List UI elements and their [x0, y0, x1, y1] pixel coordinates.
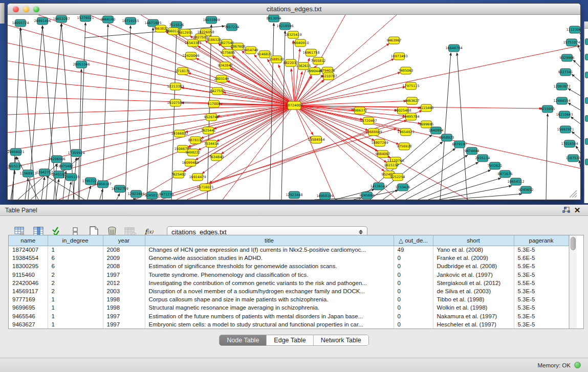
table-row[interactable]: 946554611997Estimation of the future num…: [9, 312, 569, 320]
graph-node[interactable]: 7634843: [209, 154, 224, 161]
table-cell[interactable]: 9777169: [9, 295, 48, 303]
column-header[interactable]: name: [9, 235, 48, 246]
graph-node[interactable]: 7625441: [201, 127, 216, 134]
table-cell[interactable]: 1: [48, 312, 103, 320]
graph-node[interactable]: 1733426: [396, 184, 410, 191]
table-cell[interactable]: 1997: [103, 320, 145, 329]
table-cell[interactable]: 5.3E-5: [514, 246, 569, 254]
table-cell[interactable]: 22420046: [9, 279, 48, 287]
scrollbar-thumb[interactable]: [571, 237, 576, 250]
graph-node[interactable]: 16033809: [203, 16, 220, 24]
graph-node[interactable]: 22420046: [182, 52, 199, 59]
graph-node[interactable]: 16099489: [182, 159, 199, 166]
table-cell[interactable]: de Silva et al. (2003): [433, 287, 514, 295]
table-cell[interactable]: 5.3E-5: [514, 320, 569, 329]
tab-edge-table[interactable]: Edge Table: [267, 335, 313, 345]
table-cell[interactable]: Estimation of significance thresholds fo…: [145, 262, 394, 270]
float-panel-icon[interactable]: [560, 206, 572, 215]
table-cell[interactable]: 0: [394, 295, 433, 303]
graph-node[interactable]: 16961758: [302, 49, 319, 56]
table-cell[interactable]: 2012: [103, 279, 145, 287]
table-row[interactable]: 977716911998Corpus callosum shape and si…: [9, 295, 569, 303]
graph-node[interactable]: 19218596: [276, 23, 293, 30]
table-cell[interactable]: 2: [48, 279, 103, 287]
table-cell[interactable]: 9465546: [9, 312, 48, 320]
graph-node[interactable]: 17016504: [561, 140, 578, 147]
graph-node[interactable]: 8912955: [178, 29, 193, 36]
table-cell[interactable]: 1997: [103, 271, 145, 279]
graph-node[interactable]: 8427552: [210, 87, 225, 95]
graph-node[interactable]: 9175685: [221, 49, 235, 56]
network-window[interactable]: citations_edges.txt 14055724208914061065…: [7, 3, 581, 200]
table-cell[interactable]: 2003: [103, 287, 145, 295]
graph-node[interactable]: 15716021: [197, 184, 213, 191]
table-cell[interactable]: Nakamura et al. (1997): [433, 312, 514, 320]
table-cell[interactable]: 1998: [103, 295, 145, 303]
table-cell[interactable]: 1: [48, 320, 103, 329]
graph-node[interactable]: 9329966: [560, 54, 575, 61]
table-header-row[interactable]: namein_degreeyeartitle△ out_de...shortpa…: [9, 235, 569, 246]
table-cell[interactable]: 0: [394, 303, 433, 312]
graph-node[interactable]: 17359924: [68, 149, 84, 157]
table-cell[interactable]: 49: [394, 246, 433, 254]
graph-node[interactable]: 8958923: [440, 134, 454, 141]
table-row[interactable]: 1830029562008Estimation of significance …: [9, 262, 569, 270]
table-cell[interactable]: Investigating the contribution of common…: [145, 279, 394, 287]
graph-node[interactable]: 9756928: [397, 143, 412, 150]
graph-node[interactable]: 9245663: [360, 192, 375, 199]
graph-node[interactable]: 1588520: [269, 56, 284, 63]
table-cell[interactable]: 2008: [103, 246, 145, 254]
table-cell[interactable]: 5.9E-5: [514, 262, 569, 270]
graph-node[interactable]: 2935114: [475, 155, 490, 162]
column-header[interactable]: short: [433, 235, 514, 246]
graph-node[interactable]: 1187533: [566, 155, 580, 162]
table-cell[interactable]: Stergiakouli et al. (2012): [433, 279, 514, 287]
table-cell[interactable]: 9463627: [9, 320, 48, 329]
table-cell[interactable]: 19384554: [9, 254, 48, 262]
graph-node[interactable]: 10958109: [316, 192, 333, 200]
table-row[interactable]: 946362711997Embryonic stem cells: a mode…: [9, 320, 569, 329]
hub-node[interactable]: 18724007: [286, 101, 302, 110]
table-cell[interactable]: 0: [394, 254, 433, 262]
graph-node[interactable]: 10688609: [365, 128, 382, 136]
graph-node[interactable]: 14055724: [12, 19, 29, 27]
graph-node[interactable]: 8471676: [498, 170, 513, 178]
graph-node[interactable]: 15751074: [563, 39, 580, 46]
graph-node[interactable]: 2803144: [214, 75, 229, 82]
table-cell[interactable]: 6: [48, 254, 103, 262]
graph-node[interactable]: 16914479: [189, 173, 206, 181]
table-cell[interactable]: 0: [394, 287, 433, 295]
graph-node[interactable]: 16210643: [556, 111, 573, 118]
graph-node[interactable]: 7857224: [225, 24, 239, 31]
table-cell[interactable]: 5.3E-5: [514, 295, 569, 303]
graph-node[interactable]: 7534414: [204, 140, 219, 147]
graph-node[interactable]: 20053346: [73, 61, 90, 68]
table-cell[interactable]: 6: [48, 262, 103, 270]
network-window-titlebar[interactable]: citations_edges.txt: [8, 4, 580, 15]
table-cell[interactable]: 5.3E-5: [514, 287, 569, 295]
graph-node[interactable]: 9242848: [218, 62, 233, 69]
graph-node[interactable]: 9975487: [59, 163, 74, 170]
graph-node[interactable]: 9699695: [419, 121, 434, 128]
table-cell[interactable]: 5.3E-5: [514, 312, 569, 320]
table-cell[interactable]: Wolkin et al. (1998): [433, 303, 514, 312]
panel-splitter-handle[interactable]: [290, 202, 297, 205]
table-cell[interactable]: 9699695: [9, 303, 48, 312]
graph-node[interactable]: 10654112: [507, 178, 524, 185]
graph-node[interactable]: 9252254: [390, 173, 405, 181]
graph-node[interactable]: 12444154: [553, 97, 570, 104]
graph-node[interactable]: 16640910: [292, 39, 309, 47]
table-cell[interactable]: Tourette syndrome. Phenomenology and cla…: [145, 271, 394, 279]
graph-node[interactable]: 7955812: [311, 57, 326, 64]
graph-node[interactable]: 1615152: [384, 162, 399, 169]
table-cell[interactable]: 0: [394, 262, 433, 270]
table-vertical-scrollbar[interactable]: [569, 235, 577, 329]
table-cell[interactable]: Dudbridge et al. (2008): [433, 262, 514, 270]
table-cell[interactable]: Corpus callosum shape and size in male p…: [145, 295, 394, 303]
column-header[interactable]: year: [103, 235, 145, 246]
table-cell[interactable]: 5.6E-5: [514, 254, 569, 262]
tab-network-table[interactable]: Network Table: [314, 335, 368, 345]
column-header[interactable]: in_degree: [48, 235, 103, 246]
table-cell[interactable]: Tibbo et al. (1998): [433, 295, 514, 303]
table-cell[interactable]: 18300295: [9, 262, 48, 270]
